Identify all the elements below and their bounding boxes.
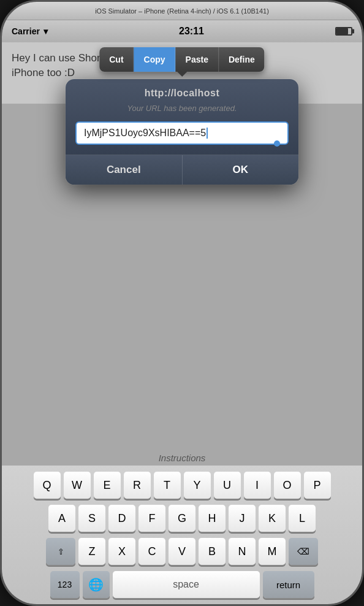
shift-key[interactable]: ⇧ (46, 538, 75, 565)
dialog-overlay: Cut Copy Paste Define http://localhost Y… (2, 42, 362, 466)
paste-button[interactable]: Paste (176, 47, 219, 72)
key-l[interactable]: L (289, 505, 316, 532)
cancel-button[interactable]: Cancel (66, 155, 183, 185)
key-row-2: A S D F G H J K L (4, 505, 360, 532)
return-key[interactable]: return (263, 571, 314, 598)
input-value: IyMjPS1Uoyc9XsHIBAA==5 (84, 128, 206, 139)
dialog-hint: Your URL has been generated. (66, 104, 298, 119)
key-v[interactable]: V (169, 538, 195, 565)
define-button[interactable]: Define (219, 47, 265, 72)
key-k[interactable]: K (259, 505, 286, 532)
dialog-buttons: Cancel OK (66, 155, 298, 185)
dialog-input-wrap: IyMjPS1Uoyc9XsHIBAA==5 (66, 119, 298, 155)
key-b[interactable]: B (199, 538, 226, 565)
key-y[interactable]: Y (184, 472, 211, 499)
cursor-dot (274, 140, 280, 147)
key-row-4: 123 🌐 space return (4, 571, 360, 598)
key-d[interactable]: D (108, 505, 135, 532)
key-t[interactable]: T (154, 472, 181, 499)
carrier-label: Carrier (12, 26, 40, 36)
space-key[interactable]: space (113, 571, 260, 598)
key-a[interactable]: A (48, 505, 75, 532)
context-menu: Cut Copy Paste Define (99, 47, 264, 72)
globe-key[interactable]: 🌐 (83, 571, 110, 598)
key-z[interactable]: Z (78, 538, 105, 565)
key-e[interactable]: E (94, 472, 121, 499)
key-s[interactable]: S (78, 505, 105, 532)
key-u[interactable]: U (214, 472, 241, 499)
key-c[interactable]: C (138, 538, 165, 565)
dialog-input[interactable]: IyMjPS1Uoyc9XsHIBAA==5 (75, 121, 289, 145)
app-content: Hey I can use Shortly on iPhone too :D C… (2, 42, 362, 466)
key-r[interactable]: R (124, 472, 151, 499)
key-m[interactable]: M (259, 538, 286, 565)
key-i[interactable]: I (244, 472, 271, 499)
key-f[interactable]: F (138, 505, 165, 532)
key-h[interactable]: H (199, 505, 226, 532)
status-time: 23:11 (179, 26, 204, 37)
key-row-3: ⇧ Z X C V B N M ⌫ (4, 538, 360, 565)
dialog-box: Cut Copy Paste Define http://localhost Y… (66, 79, 298, 185)
key-row-1: Q W E R T Y U I O P (4, 472, 360, 499)
title-bar-text: iOS Simulator – iPhone (Retina 4-inch) /… (95, 7, 269, 15)
title-bar: iOS Simulator – iPhone (Retina 4-inch) /… (2, 2, 362, 20)
key-j[interactable]: J (229, 505, 256, 532)
key-q[interactable]: Q (34, 472, 61, 499)
delete-key[interactable]: ⌫ (289, 538, 318, 565)
key-g[interactable]: G (169, 505, 195, 532)
battery-icon (335, 27, 352, 36)
wifi-icon: ▾ (44, 26, 48, 36)
cut-button[interactable]: Cut (99, 47, 134, 72)
key-o[interactable]: O (274, 472, 301, 499)
status-carrier: Carrier ▾ (12, 26, 48, 36)
battery-fill (336, 28, 348, 34)
ok-button[interactable]: OK (183, 155, 299, 185)
key-p[interactable]: P (304, 472, 331, 499)
key-w[interactable]: W (64, 472, 91, 499)
copy-button[interactable]: Copy (134, 47, 176, 72)
dialog-url: http://localhost (66, 79, 298, 104)
phone-frame: iOS Simulator – iPhone (Retina 4-inch) /… (0, 0, 364, 606)
keyboard: Q W E R T Y U I O P A S D F G H J K L ⇧ … (2, 466, 362, 604)
key-n[interactable]: N (229, 538, 256, 565)
numbers-key[interactable]: 123 (50, 571, 80, 598)
status-bar: Carrier ▾ 23:11 (2, 20, 362, 42)
key-x[interactable]: X (108, 538, 135, 565)
